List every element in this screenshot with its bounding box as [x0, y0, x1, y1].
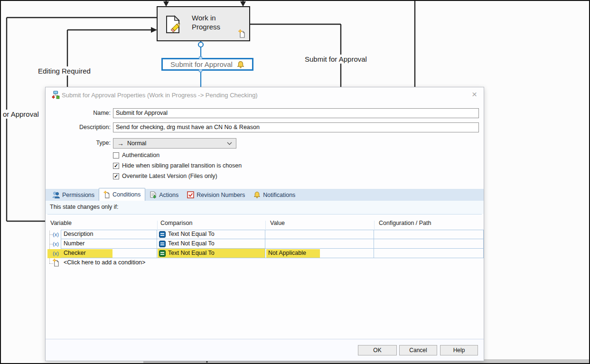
- condition-row-checker-highlighted[interactable]: (x) Checker Text Not Equal To Not Applic…: [46, 249, 485, 258]
- divider: [374, 221, 375, 229]
- tab-label: Notifications: [263, 192, 295, 198]
- selection-handle[interactable]: [199, 69, 202, 72]
- transition-label-for-approval-left[interactable]: or Approval: [1, 110, 41, 119]
- add-condition-row[interactable]: <Click here to add a condition>: [46, 258, 485, 268]
- state-work-in-progress[interactable]: Work in Progress: [157, 6, 250, 41]
- checkbox-label: Overwrite Latest Version (Files only): [122, 173, 217, 179]
- state-label: Work in Progress: [192, 13, 220, 31]
- description-label: Description:: [46, 124, 111, 131]
- comparison-cell: Text Not Equal To: [157, 239, 265, 249]
- normal-transition-arrow-icon: →: [117, 140, 124, 147]
- condition-page-star-icon: [103, 191, 110, 198]
- comparison-text: Text Not Equal To: [168, 230, 215, 239]
- checkbox-label: Hide when sibling parallel transition is…: [122, 162, 242, 169]
- column-header-comparison: Comparison: [160, 220, 192, 226]
- tab-revision-numbers[interactable]: Revision Numbers: [183, 189, 249, 201]
- ok-button[interactable]: OK: [358, 345, 397, 355]
- transition-label: Submit for Approval: [170, 60, 233, 68]
- variable-x-icon: (x): [53, 232, 59, 237]
- dialog-tabstrip: Permissions Conditions Actions: [46, 189, 484, 201]
- transition-label-submit-for-approval-right[interactable]: Submit for Approval: [303, 55, 369, 64]
- value-cell: Not Applicable: [265, 249, 374, 258]
- new-condition-page-star-icon: [53, 259, 59, 267]
- tab-conditions[interactable]: Conditions: [99, 188, 145, 201]
- chevron-down-icon: [227, 142, 232, 145]
- comparison-text: Text Not Equal To: [168, 239, 215, 248]
- workflow-transition-icon: [51, 91, 60, 99]
- hide-sibling-checkbox[interactable]: ✓ Hide when sibling parallel transition …: [113, 162, 242, 169]
- tab-label: Permissions: [62, 192, 94, 198]
- selection-handle[interactable]: [199, 56, 202, 59]
- bell-icon: [253, 191, 261, 198]
- tab-actions[interactable]: Actions: [145, 189, 183, 201]
- variable-x-icon: (x): [53, 241, 59, 247]
- comparison-equals-icon: [159, 231, 166, 238]
- value-cell: [265, 230, 374, 239]
- divider: [265, 221, 266, 229]
- divider: [157, 221, 158, 229]
- workflow-editor-canvas: Work in Progress Submit for Approval Edi…: [0, 0, 590, 364]
- name-label: Name:: [46, 110, 111, 116]
- tab-label: Actions: [159, 192, 178, 198]
- name-input[interactable]: Submit for Approval: [113, 108, 479, 118]
- transition-properties-dialog: Submit for Approval Properties (Work in …: [45, 87, 484, 361]
- tab-permissions[interactable]: Permissions: [48, 189, 99, 201]
- overwrite-latest-checkbox[interactable]: ✓ Overwrite Latest Version (Files only): [113, 172, 217, 180]
- variable-cell: Checker: [61, 249, 157, 258]
- variable-cell: Number: [61, 239, 157, 249]
- conditions-intro-text: This state changes only if:: [50, 204, 119, 210]
- transition-label-editing-required[interactable]: Editing Required: [36, 66, 93, 75]
- condition-row-description[interactable]: (x) Description Text Not Equal To: [46, 230, 485, 239]
- type-label: Type:: [46, 140, 111, 146]
- variable-x-icon: (x): [53, 251, 59, 256]
- close-icon[interactable]: ×: [472, 89, 477, 100]
- dialog-title: Submit for Approval Properties (Work in …: [62, 92, 258, 99]
- tab-label: Revision Numbers: [197, 192, 245, 198]
- people-icon: [52, 191, 60, 198]
- edit-document-icon: [165, 15, 181, 34]
- comparison-equals-icon: [159, 250, 166, 257]
- comparison-equals-icon: [159, 241, 166, 247]
- configuration-cell: [374, 249, 484, 258]
- description-input[interactable]: Send for checking, drg must have an CN N…: [113, 122, 479, 132]
- action-document-icon: [150, 191, 157, 199]
- configuration-cell: [374, 230, 484, 239]
- column-header-value: Value: [270, 220, 285, 226]
- checkbox-icon[interactable]: ✓: [113, 163, 119, 169]
- authentication-checkbox[interactable]: Authentication: [113, 151, 159, 159]
- comparison-cell: Text Not Equal To: [157, 249, 265, 258]
- new-page-icon: [238, 29, 245, 38]
- help-button[interactable]: Help: [440, 345, 478, 355]
- checkbox-icon[interactable]: ✓: [113, 173, 119, 179]
- cancel-button[interactable]: Cancel: [399, 345, 437, 355]
- comparison-cell: Text Not Equal To: [157, 230, 265, 239]
- tab-notifications[interactable]: Notifications: [249, 189, 300, 201]
- red-check-box-icon: [187, 191, 194, 198]
- checkbox-icon[interactable]: [113, 152, 119, 159]
- transition-submit-for-approval[interactable]: Submit for Approval: [161, 58, 253, 71]
- checkbox-label: Authentication: [122, 152, 159, 159]
- add-condition-label: <Click here to add a condition>: [64, 259, 145, 266]
- type-dropdown[interactable]: → Normal: [113, 138, 236, 149]
- type-selected-value: Normal: [127, 140, 146, 147]
- tab-label: Conditions: [112, 191, 140, 198]
- connector-node-icon: [198, 42, 203, 47]
- column-header-variable: Variable: [50, 220, 72, 226]
- value-cell: [265, 239, 374, 249]
- comparison-text: Text Not Equal To: [168, 249, 215, 258]
- bell-icon: [237, 61, 244, 68]
- dialog-footer: OK Cancel Help: [46, 339, 484, 361]
- variable-cell: Description: [61, 230, 157, 239]
- column-header-configuration: Configuration / Path: [379, 220, 431, 226]
- configuration-cell: [374, 239, 484, 249]
- dialog-titlebar[interactable]: Submit for Approval Properties (Work in …: [46, 87, 484, 102]
- condition-row-number[interactable]: (x) Number Text Not Equal To: [46, 239, 485, 249]
